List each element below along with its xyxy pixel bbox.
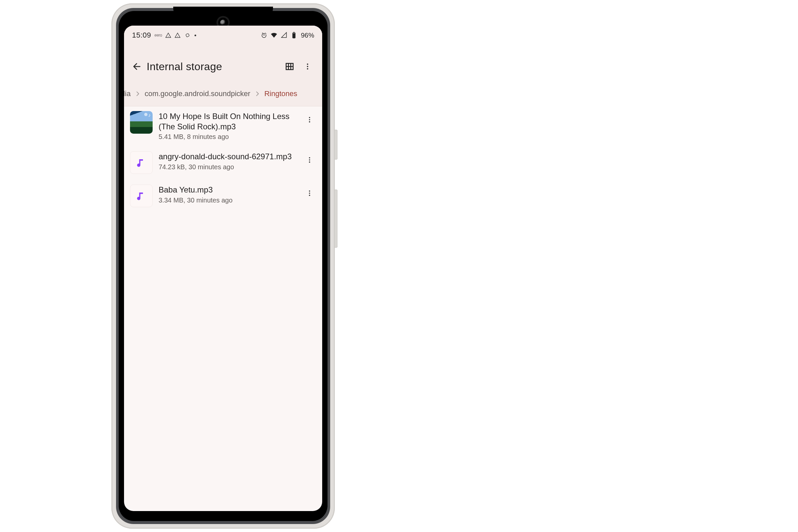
svg-point-15 [309, 159, 310, 161]
file-item[interactable]: 10 My Hope Is Built On Nothing Less (The… [124, 107, 322, 147]
svg-point-12 [309, 119, 310, 120]
overflow-menu-button[interactable] [300, 59, 315, 74]
svg-point-16 [309, 162, 310, 163]
breadcrumb-current: Ringtones [262, 88, 299, 99]
file-item[interactable]: angry-donald-duck-sound-62971.mp3 74.23 … [124, 147, 322, 180]
screen: 15:09 eero [124, 25, 322, 511]
file-thumbnail [130, 151, 153, 174]
svg-point-18 [309, 193, 310, 194]
svg-rect-4 [292, 33, 295, 38]
music-note-icon [136, 190, 147, 202]
svg-point-0 [168, 36, 169, 37]
more-vert-icon [306, 116, 313, 124]
file-more-button[interactable] [303, 187, 316, 200]
file-item[interactable]: Baba Yetu.mp3 3.34 MB, 30 minutes ago [124, 180, 322, 213]
svg-point-13 [309, 121, 310, 123]
file-meta: 3.34 MB, 30 minutes ago [158, 196, 297, 204]
svg-point-1 [177, 36, 178, 37]
chevron-right-icon [133, 91, 142, 97]
svg-point-9 [307, 66, 308, 67]
status-time: 15:09 [132, 31, 151, 40]
file-list: 10 My Hope Is Built On Nothing Less (The… [124, 107, 322, 213]
device-power-button [334, 130, 338, 159]
more-vert-icon [306, 190, 313, 197]
breadcrumb[interactable]: media com.google.android.soundpicker Rin… [124, 88, 322, 107]
triangle-warn-icon [174, 32, 180, 38]
file-meta: 74.23 kB, 30 minutes ago [158, 163, 297, 171]
alarm-add-icon [260, 32, 268, 39]
file-name: 10 My Hope Is Built On Nothing Less (The… [158, 111, 297, 132]
back-button[interactable] [129, 58, 145, 75]
file-more-button[interactable] [303, 153, 316, 167]
music-note-icon [136, 157, 147, 168]
svg-point-11 [309, 117, 310, 118]
file-name: Baba Yetu.mp3 [158, 185, 297, 195]
status-dot-icon [194, 35, 196, 36]
chevron-right-icon [252, 91, 262, 97]
breadcrumb-segment[interactable]: com.google.android.soundpicker [142, 88, 252, 99]
more-vert-icon [306, 156, 313, 164]
device-frame: 15:09 eero [111, 3, 335, 529]
svg-point-10 [307, 68, 308, 70]
status-bar: 15:09 eero [124, 25, 322, 45]
breadcrumb-segment[interactable]: media [124, 88, 133, 99]
wifi-icon [270, 32, 278, 39]
file-thumbnail [130, 111, 153, 134]
file-name: angry-donald-duck-sound-62971.mp3 [158, 151, 297, 162]
grid-icon [285, 62, 294, 71]
arrow-left-icon [132, 61, 141, 72]
status-battery-pct: 96% [301, 32, 314, 39]
file-more-button[interactable] [303, 113, 316, 126]
file-thumbnail [130, 185, 153, 207]
cell-signal-icon [280, 32, 288, 39]
status-carrier: eero [155, 33, 162, 38]
battery-icon [290, 32, 298, 39]
svg-point-17 [309, 191, 310, 192]
page-title: Internal storage [145, 60, 279, 73]
file-meta: 5.41 MB, 8 minutes ago [158, 133, 297, 141]
app-bar: Internal storage [124, 45, 322, 88]
svg-point-19 [309, 195, 310, 196]
triangle-warn-icon [165, 32, 171, 38]
svg-rect-5 [293, 32, 294, 33]
more-vert-icon [304, 62, 311, 71]
svg-point-8 [307, 63, 308, 65]
device-volume-button [334, 190, 338, 248]
svg-rect-6 [292, 33, 295, 33]
svg-point-14 [309, 157, 310, 158]
view-grid-button[interactable] [282, 59, 297, 74]
pinwheel-icon [184, 32, 191, 39]
